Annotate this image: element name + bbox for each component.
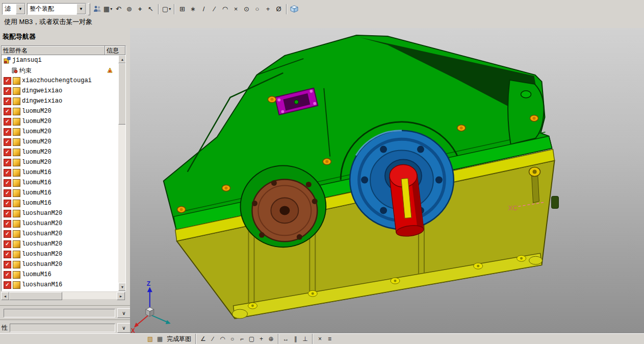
combo-arrow-icon[interactable]: ▼ — [76, 4, 86, 14]
tree-item[interactable]: ✓ luoshuanM20 — [2, 249, 117, 259]
toolbar-grip[interactable] — [88, 3, 90, 15]
sketch-grid-button[interactable]: ▦ — [155, 334, 165, 343]
rectangle-button[interactable]: ▢ — [247, 334, 256, 343]
checkbox-checked-icon[interactable]: ✓ — [4, 189, 11, 197]
tree-item[interactable]: ✓ xiaozhouchengtougai — [2, 76, 117, 86]
view-triad[interactable]: Z X — [131, 280, 171, 334]
snap-endpoint-button[interactable]: / — [198, 4, 209, 14]
tree-item[interactable]: ✓ luomuM16 — [2, 167, 117, 178]
checkbox-checked-icon[interactable]: ✓ — [4, 138, 11, 146]
tree-item[interactable]: ✓ dingweixiao — [2, 86, 117, 96]
pattern-component-button[interactable]: ▦ ▾ — [102, 4, 113, 14]
tree-item[interactable]: ✓ luomuM20 — [2, 116, 117, 127]
finish-sketch-button[interactable]: 完成草图 — [165, 334, 193, 343]
interference-check-icon[interactable] — [92, 4, 102, 14]
snap-midpoint-button[interactable]: ∕ — [209, 4, 220, 14]
sketch-environment-button[interactable]: ▧ — [145, 334, 155, 343]
column-header-part-name[interactable]: 性部件名 — [2, 46, 105, 55]
checkbox-checked-icon[interactable]: ✓ — [4, 261, 11, 268]
tree-item[interactable]: ✓ luoshuanM20 — [2, 239, 117, 249]
expand-section-button[interactable]: ∨ — [117, 308, 131, 318]
tree-horizontal-scrollbar[interactable]: ◄ ► — [1, 292, 125, 299]
scrollbar-track[interactable] — [62, 292, 117, 299]
checkbox-checked-icon[interactable]: ✓ — [4, 149, 11, 156]
line-button[interactable]: ∕ — [208, 334, 218, 343]
shaded-view-button[interactable] — [289, 4, 300, 14]
pan-button[interactable]: + — [135, 4, 145, 14]
expand-section-button[interactable]: ∨ — [117, 323, 131, 333]
tree-item[interactable]: ✓ luomuM20 — [2, 137, 117, 147]
checkbox-checked-icon[interactable]: ✓ — [4, 281, 11, 289]
snap-arc-center-button[interactable]: ◠ — [220, 4, 230, 14]
tree-item[interactable]: ✓ luomuM16 — [2, 178, 117, 188]
tree-item[interactable]: ✓ luoshuanM20 — [2, 208, 117, 218]
tree-item[interactable]: ✓ luomuM16 — [2, 269, 117, 280]
scroll-right-button[interactable]: ► — [117, 292, 125, 300]
tree-item[interactable]: ✓ luomuM20 — [2, 127, 117, 137]
combo-arrow-icon[interactable]: ▼ — [16, 4, 25, 14]
dropdown-caret-icon[interactable]: ▾ — [169, 7, 171, 11]
tree-item[interactable]: ✓ luoshuanM20 — [2, 259, 117, 269]
tree-item[interactable]: ✓ luomuM16 — [2, 198, 117, 208]
point-button[interactable]: + — [256, 334, 266, 343]
snap-center-button[interactable]: ⊙ — [241, 4, 252, 14]
checkbox-checked-icon[interactable]: ✓ — [4, 128, 11, 136]
more-tools-button[interactable]: ≡ — [325, 334, 334, 343]
checkbox-checked-icon[interactable]: ✓ — [4, 169, 11, 177]
perpendicular-constraint-button[interactable]: ⊥ — [300, 334, 310, 343]
snap-quadrant-button[interactable]: ○ — [252, 4, 263, 14]
tree-item[interactable]: ✓ luoshuanM16 — [2, 280, 117, 290]
checkbox-checked-icon[interactable]: ✓ — [4, 230, 11, 238]
fillet-button[interactable]: ⌐ — [237, 334, 247, 343]
orbit-button[interactable]: ⊚ — [124, 4, 135, 14]
checkbox-checked-icon[interactable]: ✓ — [4, 97, 11, 105]
end-cover-flange[interactable] — [252, 180, 318, 242]
offset-curve-button[interactable]: ⊕ — [266, 334, 276, 343]
checkbox-checked-icon[interactable]: ✓ — [4, 220, 11, 228]
scroll-down-button[interactable]: ▼ — [118, 283, 126, 291]
dimension-button[interactable]: ↔ — [281, 334, 291, 343]
tree-item-constraints[interactable]: 约束 — [2, 65, 117, 76]
checkbox-checked-icon[interactable]: ✓ — [4, 159, 11, 166]
scrollbar-thumb[interactable] — [9, 292, 62, 300]
constraint-status-icon[interactable] — [107, 67, 113, 73]
select-button[interactable]: ↖ — [145, 4, 156, 14]
tree-item-root[interactable]: jiansuqi — [2, 55, 117, 65]
checkbox-checked-icon[interactable]: ✓ — [4, 271, 11, 279]
scrollbar-thumb[interactable] — [118, 63, 126, 125]
trim-button[interactable]: × — [315, 334, 325, 343]
checkbox-checked-icon[interactable]: ✓ — [4, 118, 11, 126]
selection-scope-combo[interactable]: 整个装配 ▼ — [27, 3, 86, 15]
snap-intersection-button[interactable]: × — [230, 4, 241, 14]
tree-item[interactable]: ✓ dingweixiao — [2, 96, 117, 106]
arc-button[interactable]: ◠ — [218, 334, 227, 343]
snap-tangent-button[interactable]: Ø — [273, 4, 284, 14]
undo-button[interactable]: ↶ — [113, 4, 124, 14]
graphics-viewport[interactable]: XC Z X — [130, 28, 644, 334]
checkbox-checked-icon[interactable]: ✓ — [4, 87, 11, 95]
tree-item[interactable]: ✓ luomuM20 — [2, 157, 117, 167]
profile-button[interactable]: ∠ — [198, 334, 208, 343]
dropdown-caret-icon[interactable]: ▾ — [110, 7, 112, 11]
tree-item[interactable]: ✓ luoshuanM20 — [2, 218, 117, 229]
tree-item[interactable]: ✓ luomuM20 — [2, 147, 117, 157]
checkbox-checked-icon[interactable]: ✓ — [4, 77, 11, 85]
checkbox-checked-icon[interactable]: ✓ — [4, 210, 11, 217]
scroll-up-button[interactable]: ▲ — [118, 55, 126, 63]
tree-item[interactable]: ✓ luomuM16 — [2, 188, 117, 198]
type-filter-combo[interactable]: 滤 ▼ — [2, 3, 25, 15]
selection-rectangle-button[interactable]: ▢ ▾ — [161, 4, 172, 14]
model-canvas[interactable]: XC Z X — [130, 28, 644, 334]
snap-toggle-button[interactable]: ⊞ — [177, 4, 188, 14]
snap-point-button[interactable]: ∗ — [188, 4, 198, 14]
column-header-info[interactable]: 信息 — [105, 46, 125, 55]
checkbox-checked-icon[interactable]: ✓ — [4, 108, 11, 115]
parallel-constraint-button[interactable]: ∥ — [291, 334, 300, 343]
checkbox-checked-icon[interactable]: ✓ — [4, 240, 11, 248]
checkbox-checked-icon[interactable]: ✓ — [4, 251, 11, 258]
checkbox-checked-icon[interactable]: ✓ — [4, 179, 11, 187]
checkbox-checked-icon[interactable]: ✓ — [4, 200, 11, 207]
snap-point-on-curve-button[interactable]: + — [263, 4, 273, 14]
tree-item[interactable]: ✓ luomuM20 — [2, 106, 117, 116]
tree-vertical-scrollbar[interactable]: ▲ ▼ — [118, 55, 125, 291]
